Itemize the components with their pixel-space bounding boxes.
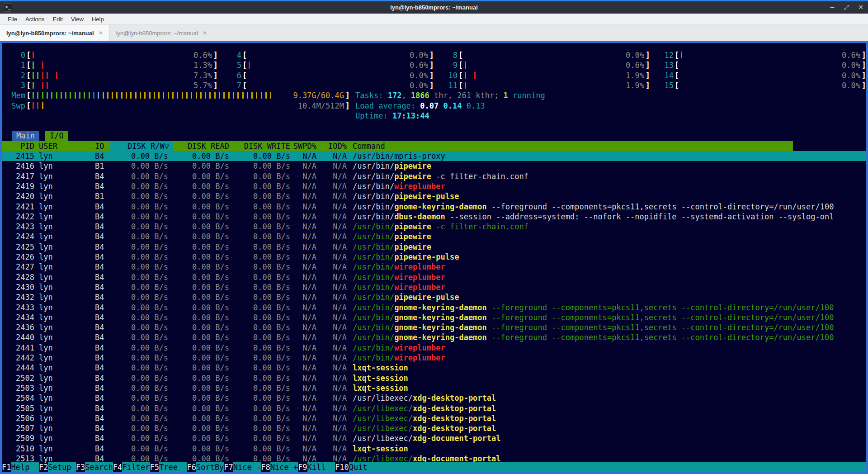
process-row[interactable]: 2416lynB10.00 B/s0.00 B/s0.00 B/sN/AN/A/… — [2, 161, 866, 171]
cell-user: lyn — [39, 343, 93, 353]
cell-disk-write: 0.00 B/s — [232, 353, 290, 363]
cell-pid: 2509 — [2, 433, 34, 443]
menu-item-actions[interactable]: Actions — [21, 15, 49, 24]
col-header-disk-read[interactable]: DISK READ — [171, 141, 229, 151]
col-header-command[interactable]: Command — [353, 141, 488, 151]
process-row[interactable]: 2427lynB40.00 B/s0.00 B/s0.00 B/sN/AN/A/… — [2, 262, 866, 272]
cell-command: /usr/bin/wireplumber — [353, 282, 866, 292]
tab-close-icon[interactable]: ✕ — [99, 30, 103, 36]
process-row[interactable]: 2425lynB40.00 B/s0.00 B/s0.00 B/sN/AN/A/… — [2, 242, 866, 252]
cell-user: lyn — [39, 373, 93, 383]
process-row[interactable]: 2430lynB40.00 B/s0.00 B/s0.00 B/sN/AN/A/… — [2, 282, 866, 292]
process-row[interactable]: 2436lynB40.00 B/s0.00 B/s0.00 B/sN/AN/A/… — [2, 322, 866, 332]
col-header-disk-write[interactable]: DISK WRITE — [232, 141, 290, 151]
process-row[interactable]: 2502lynB40.00 B/s0.00 B/s0.00 B/sN/AN/Al… — [2, 373, 866, 383]
memory-meter: Mem[9.37G/60.4G] — [11, 90, 350, 100]
cpu-meter-13: 13[0.0%] — [659, 60, 866, 70]
meter-label: 10 — [443, 71, 458, 81]
fkey-f1[interactable]: F1Help — [2, 462, 39, 472]
meter-value: 0.6% — [626, 60, 644, 70]
cell-swpd: N/A — [291, 373, 316, 383]
fkey-f6[interactable]: F6SortBy — [187, 462, 224, 472]
menu-item-edit[interactable]: Edit — [49, 15, 67, 24]
titlebar[interactable]: >_ lyn@lyn-b850mprors: ~/manual − ⤢ ✕ — [0, 1, 868, 14]
terminal-screen[interactable]: 0[0.6%]1[1.3%]2[7.3%]3[5.7%]4[0.0%]5[0.6… — [2, 43, 866, 472]
menu-item-file[interactable]: File — [4, 15, 21, 24]
screen-tab-main[interactable]: Main — [12, 131, 39, 141]
cell-iod: N/A — [321, 292, 347, 302]
cell-command: lxqt-session — [353, 373, 866, 383]
process-row[interactable]: 2444lynB40.00 B/s0.00 B/s0.00 B/sN/AN/Al… — [2, 363, 866, 373]
cell-disk-rw: 0.00 B/s — [110, 353, 168, 363]
cell-disk-rw: 0.00 B/s — [110, 202, 168, 212]
process-row[interactable]: 2503lynB40.00 B/s0.00 B/s0.00 B/sN/AN/Al… — [2, 383, 866, 393]
process-row[interactable]: 2442lynB40.00 B/s0.00 B/s0.00 B/sN/AN/A/… — [2, 353, 866, 363]
process-row[interactable]: 2420lynB10.00 B/s0.00 B/s0.00 B/sN/AN/A/… — [2, 191, 866, 201]
meter-value: 0.6% — [842, 50, 860, 60]
process-row[interactable]: 2440lynB40.00 B/s0.00 B/s0.00 B/sN/AN/A/… — [2, 332, 866, 342]
process-row[interactable]: 2506lynB40.00 B/s0.00 B/s0.00 B/sN/AN/A/… — [2, 413, 866, 423]
cell-user: lyn — [39, 423, 93, 433]
cell-disk-read: 0.00 B/s — [171, 292, 229, 302]
process-row[interactable]: 2422lynB40.00 B/s0.00 B/s0.00 B/sN/AN/A/… — [2, 212, 866, 222]
cell-user: lyn — [39, 363, 93, 373]
cell-swpd: N/A — [291, 313, 316, 322]
menu-item-view[interactable]: View — [67, 15, 88, 24]
process-row[interactable]: 2507lynB40.00 B/s0.00 B/s0.00 B/sN/AN/A/… — [2, 423, 866, 433]
fkey-f4[interactable]: F4Filter — [113, 462, 150, 472]
col-header-disk-rw[interactable]: DISK R/W▽ — [110, 141, 169, 151]
cell-disk-read: 0.00 B/s — [171, 202, 229, 212]
close-icon[interactable]: ✕ — [858, 1, 863, 14]
fkey-f10[interactable]: F10Quit — [335, 462, 377, 472]
cpu-meter-12: 12[0.6%] — [659, 50, 866, 60]
cell-pid: 2421 — [2, 202, 34, 212]
process-row[interactable]: 2423lynB40.00 B/s0.00 B/s0.00 B/sN/AN/A/… — [2, 222, 866, 232]
cell-pid: 2504 — [2, 393, 34, 403]
cell-command: lxqt-session — [353, 363, 866, 373]
cell-swpd: N/A — [291, 191, 316, 201]
cell-disk-write: 0.00 B/s — [232, 252, 290, 262]
cell-disk-rw: 0.00 B/s — [110, 222, 168, 232]
cell-disk-write: 0.00 B/s — [232, 363, 290, 373]
fkey-f9[interactable]: F9Kill — [298, 462, 335, 472]
col-header-pid[interactable]: PID — [2, 141, 34, 151]
process-row[interactable]: 2441lynB40.00 B/s0.00 B/s0.00 B/sN/AN/A/… — [2, 343, 866, 353]
cell-user: lyn — [39, 202, 93, 212]
process-row[interactable]: 2504lynB40.00 B/s0.00 B/s0.00 B/sN/AN/A/… — [2, 393, 866, 403]
terminal-tab-1[interactable]: lyn@lyn-b850mprors: ~/manual✕ — [0, 25, 110, 41]
fkey-f7[interactable]: F7Nice - — [224, 462, 261, 472]
fkey-f5[interactable]: F5Tree — [150, 462, 187, 472]
process-row[interactable]: 2432lynB40.00 B/s0.00 B/s0.00 B/sN/AN/A/… — [2, 292, 866, 302]
col-header-user[interactable]: USER — [39, 141, 93, 151]
fkey-f2[interactable]: F2Setup — [39, 462, 76, 472]
process-row[interactable]: 2428lynB40.00 B/s0.00 B/s0.00 B/sN/AN/A/… — [2, 272, 866, 282]
process-row[interactable]: 2419lynB40.00 B/s0.00 B/s0.00 B/sN/AN/A/… — [2, 181, 866, 191]
process-row[interactable]: 2510lynB40.00 B/s0.00 B/s0.00 B/sN/AN/Al… — [2, 444, 866, 454]
process-row[interactable]: 2505lynB40.00 B/s0.00 B/s0.00 B/sN/AN/A/… — [2, 403, 866, 413]
tab-close-icon[interactable]: ✕ — [203, 30, 207, 36]
meter-bars — [465, 60, 644, 70]
menu-item-help[interactable]: Help — [88, 15, 108, 24]
process-row[interactable]: 2426lynB40.00 B/s0.00 B/s0.00 B/sN/AN/A/… — [2, 252, 866, 262]
process-row[interactable]: 2433lynB40.00 B/s0.00 B/s0.00 B/sN/AN/A/… — [2, 303, 866, 313]
cell-pid: 2432 — [2, 292, 34, 302]
process-row[interactable]: 2417lynB40.00 B/s0.00 B/s0.00 B/sN/AN/A/… — [2, 171, 866, 181]
terminal-tab-2[interactable]: lyn@lyn-b850mprors: ~/manual✕ — [110, 25, 213, 41]
meter-value: 0.0% — [842, 60, 860, 70]
process-row[interactable]: 2421lynB40.00 B/s0.00 B/s0.00 B/sN/AN/A/… — [2, 202, 866, 212]
process-row[interactable]: 2424lynB40.00 B/s0.00 B/s0.00 B/sN/AN/A/… — [2, 232, 866, 242]
col-header-iod[interactable]: IOD% — [321, 141, 347, 151]
fkey-f8[interactable]: F8Nice + — [261, 462, 298, 472]
col-header-swpd[interactable]: SWPD% — [291, 141, 316, 151]
cell-disk-rw: 0.00 B/s — [110, 303, 168, 313]
fkey-f3[interactable]: F3Search — [76, 462, 113, 472]
process-row[interactable]: 2509lynB40.00 B/s0.00 B/s0.00 B/sN/AN/A/… — [2, 433, 866, 443]
cell-disk-write: 0.00 B/s — [232, 332, 290, 342]
maximize-icon[interactable]: ⤢ — [844, 1, 849, 14]
process-row[interactable]: 2415lynB40.00 B/s0.00 B/s0.00 B/sN/AN/A/… — [2, 151, 866, 161]
screen-tab-io[interactable]: I/O — [45, 131, 68, 141]
cpu-meter-9: 9[0.6%] — [443, 60, 650, 70]
process-row[interactable]: 2434lynB40.00 B/s0.00 B/s0.00 B/sN/AN/A/… — [2, 313, 866, 322]
cell-pid: 2417 — [2, 171, 34, 181]
minimize-icon[interactable]: − — [830, 1, 835, 14]
